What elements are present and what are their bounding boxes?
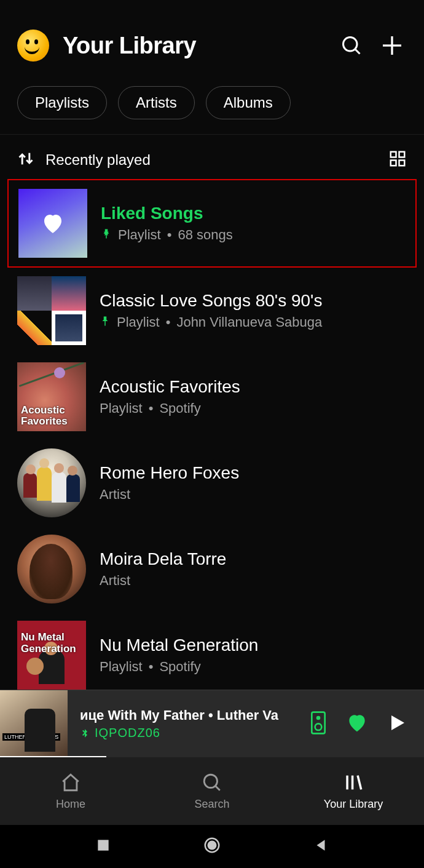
item-title: Nu Metal Generation xyxy=(100,635,258,655)
svg-point-10 xyxy=(317,717,320,719)
artist-art xyxy=(17,535,86,603)
sort-label[interactable]: Recently played xyxy=(45,151,388,169)
sort-icon[interactable] xyxy=(17,150,34,170)
svg-rect-4 xyxy=(391,152,396,157)
now-playing-art: LUTHER VANDROSS xyxy=(0,690,68,758)
tab-your-library[interactable]: Your Library xyxy=(283,757,424,825)
art-overlay-text: Nu Metal Generation xyxy=(21,632,82,655)
svg-rect-5 xyxy=(399,152,405,157)
item-subtitle: Artist xyxy=(100,487,239,503)
devices-icon[interactable] xyxy=(308,711,328,738)
now-playing-title: ице With My Father • Luther Va xyxy=(80,707,300,723)
liked-songs-art xyxy=(18,189,87,258)
chip-playlists[interactable]: Playlists xyxy=(17,86,107,119)
list-item[interactable]: Acoustic Favorites Acoustic Favorites Pl… xyxy=(7,354,417,440)
tab-label: Search xyxy=(194,798,229,811)
page-title: Your Library xyxy=(63,33,337,59)
playlist-art: Nu Metal Generation xyxy=(17,621,86,690)
list-item[interactable]: Rome Hero Foxes Artist xyxy=(7,440,417,526)
tab-label: Home xyxy=(56,798,85,811)
like-icon[interactable] xyxy=(345,711,369,737)
item-title: Rome Hero Foxes xyxy=(100,463,239,483)
pin-icon xyxy=(100,314,111,330)
playlist-art: Acoustic Favorites xyxy=(17,362,86,431)
now-playing-bar[interactable]: LUTHER VANDROSS ице With My Father • Lut… xyxy=(0,690,424,757)
item-subtitle: Playlist • 68 songs xyxy=(101,227,233,243)
item-title: Liked Songs xyxy=(101,204,233,223)
art-overlay-text: Acoustic Favorites xyxy=(21,405,82,428)
home-icon xyxy=(60,772,81,793)
list-item[interactable]: Nu Metal Generation Nu Metal Generation … xyxy=(7,612,417,698)
pin-icon xyxy=(101,227,112,243)
svg-point-0 xyxy=(344,38,358,52)
playlist-art xyxy=(17,276,86,345)
filter-chips: Playlists Artists Albums xyxy=(0,74,424,135)
bottom-tab-bar: Home Search Your Library xyxy=(0,757,424,825)
svg-point-18 xyxy=(207,841,216,850)
library-icon xyxy=(343,772,364,793)
tab-home[interactable]: Home xyxy=(0,757,141,825)
svg-rect-6 xyxy=(391,161,396,166)
item-subtitle: Artist xyxy=(100,573,226,589)
svg-point-9 xyxy=(315,723,322,730)
bluetooth-icon xyxy=(80,728,90,738)
chip-albums[interactable]: Albums xyxy=(206,86,291,119)
add-icon[interactable] xyxy=(377,33,407,58)
item-subtitle: Playlist • Spotify xyxy=(100,659,258,675)
system-recents-icon[interactable] xyxy=(95,837,111,856)
tab-search[interactable]: Search xyxy=(141,757,283,825)
heart-icon xyxy=(40,210,66,236)
system-nav-bar xyxy=(0,825,424,868)
now-playing-art-label: LUTHER VANDROSS xyxy=(2,733,60,741)
library-header: Your Library xyxy=(0,0,424,74)
item-subtitle: Playlist • John Villanueva Sabuga xyxy=(100,314,322,330)
artist-art xyxy=(17,448,86,517)
tab-label: Your Library xyxy=(324,798,383,811)
svg-rect-7 xyxy=(399,161,405,166)
system-home-icon[interactable] xyxy=(203,836,221,857)
item-title: Moira Dela Torre xyxy=(100,549,226,569)
item-title: Classic Love Songs 80's 90's xyxy=(100,291,322,311)
library-list: Liked Songs Playlist • 68 songs Classic … xyxy=(0,179,424,698)
list-item[interactable]: Moira Dela Torre Artist xyxy=(7,526,417,612)
item-subtitle: Playlist • Spotify xyxy=(100,400,240,416)
svg-rect-16 xyxy=(98,840,108,850)
grid-view-icon[interactable] xyxy=(388,149,407,170)
svg-line-15 xyxy=(358,775,361,789)
profile-avatar[interactable] xyxy=(17,30,49,62)
svg-line-12 xyxy=(216,786,220,790)
chip-artists[interactable]: Artists xyxy=(118,86,195,119)
list-item-liked-songs[interactable]: Liked Songs Playlist • 68 songs xyxy=(7,179,417,268)
sort-row: Recently played xyxy=(0,135,424,179)
svg-line-1 xyxy=(355,49,360,54)
svg-point-11 xyxy=(204,774,217,787)
play-icon[interactable] xyxy=(386,712,408,736)
system-back-icon[interactable] xyxy=(313,837,329,856)
list-item[interactable]: Classic Love Songs 80's 90's Playlist • … xyxy=(7,268,417,354)
now-playing-device[interactable]: IQPODZ06 xyxy=(80,726,300,740)
search-icon[interactable] xyxy=(337,34,366,57)
search-icon xyxy=(202,772,222,793)
item-title: Acoustic Favorites xyxy=(100,377,240,397)
